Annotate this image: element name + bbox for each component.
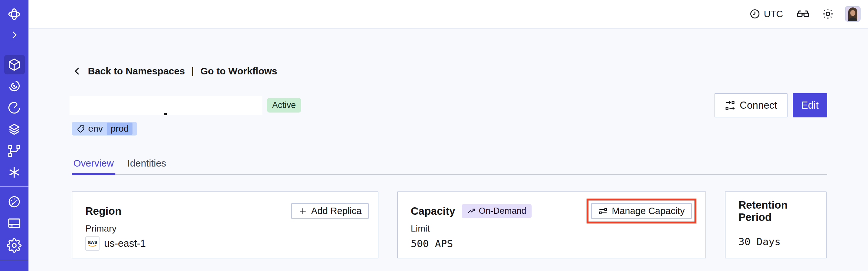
- region-value: us-east-1: [104, 238, 146, 249]
- edit-button-label: Edit: [801, 100, 818, 111]
- capacity-limit-label: Limit: [411, 223, 696, 234]
- tab-identities[interactable]: Identities: [126, 157, 168, 175]
- manage-capacity-button[interactable]: Manage Capacity: [591, 203, 692, 219]
- retention-card-title: Retention Period: [738, 199, 817, 223]
- sidebar-item-schedules[interactable]: [7, 100, 21, 115]
- retention-card-header: Retention Period: [738, 203, 817, 219]
- sidebar: [0, 0, 29, 271]
- ondemand-badge-label: On-Demand: [479, 206, 526, 216]
- plus-icon: [298, 207, 307, 216]
- connect-button-label: Connect: [740, 100, 777, 111]
- sidebar-item-batch-operations[interactable]: [7, 144, 21, 158]
- breadcrumb-workflows-link[interactable]: Go to Workflows: [200, 66, 277, 77]
- labs-glasses-icon[interactable]: [797, 7, 809, 20]
- tab-bar: Overview Identities: [72, 157, 827, 175]
- sidebar-item-workflows[interactable]: [7, 79, 21, 93]
- tag-icon: [76, 124, 85, 133]
- breadcrumb-separator: |: [190, 66, 195, 77]
- namespace-title-row: Active Connect Edit: [72, 93, 827, 117]
- theme-sun-icon[interactable]: [822, 8, 834, 20]
- ondemand-badge: On-Demand: [462, 204, 532, 218]
- add-replica-button[interactable]: Add Replica: [291, 203, 369, 219]
- retention-card: Retention Period 30 Days: [725, 191, 827, 259]
- region-card-header: Region Add Replica: [85, 203, 369, 219]
- sidebar-item-namespaces[interactable]: [7, 58, 21, 72]
- aws-logo: aws: [85, 236, 99, 251]
- capacity-value: 500 APS: [411, 238, 453, 249]
- topbar: UTC: [29, 0, 868, 28]
- capacity-card-title: Capacity: [411, 205, 455, 217]
- region-value-row: aws us-east-1: [85, 236, 369, 251]
- breadcrumb-back-link[interactable]: Back to Namespaces: [88, 66, 185, 77]
- capacity-value-row: 500 APS: [411, 236, 696, 251]
- back-chevron-icon[interactable]: [72, 66, 83, 77]
- sidebar-item-help[interactable]: [7, 268, 21, 271]
- tag-row: env prod: [72, 122, 827, 136]
- sidebar-item-deployments[interactable]: [7, 122, 21, 137]
- sliders-icon: [598, 206, 608, 216]
- connect-button[interactable]: Connect: [714, 93, 787, 117]
- namespace-name-redacted: [69, 96, 262, 115]
- status-badge: Active: [267, 98, 301, 112]
- temporal-logo[interactable]: [7, 7, 22, 22]
- region-card: Region Add Replica Primary aws: [72, 191, 378, 259]
- sidebar-divider: [0, 186, 28, 187]
- sidebar-item-settings[interactable]: [7, 238, 22, 253]
- clock-icon: [749, 8, 761, 20]
- sidebar-item-billing[interactable]: [7, 216, 21, 230]
- timezone-selector[interactable]: UTC: [749, 8, 783, 20]
- annotation-highlight-box: Manage Capacity: [587, 199, 696, 223]
- redaction-dot: [164, 113, 167, 115]
- add-replica-label: Add Replica: [311, 206, 362, 216]
- sidebar-divider: [0, 260, 28, 260]
- tag-value-chip: prod: [106, 123, 132, 135]
- region-card-title: Region: [85, 205, 122, 217]
- retention-value-row: 30 Days: [738, 235, 817, 249]
- overview-cards: Region Add Replica Primary aws: [72, 191, 827, 259]
- manage-capacity-label: Manage Capacity: [612, 206, 685, 216]
- expand-chevron-icon[interactable]: [9, 29, 20, 40]
- sidebar-item-nexus[interactable]: [7, 165, 21, 179]
- breadcrumb: Back to Namespaces | Go to Workflows: [72, 66, 827, 77]
- tag-key: env: [88, 124, 103, 134]
- sidebar-item-usage[interactable]: [7, 195, 21, 209]
- tab-overview[interactable]: Overview: [72, 157, 115, 175]
- edit-button[interactable]: Edit: [793, 93, 827, 117]
- header-actions: Connect Edit: [714, 93, 827, 117]
- retention-value: 30 Days: [738, 236, 781, 247]
- capacity-card-header: Capacity On-Demand: [411, 203, 696, 219]
- capacity-card: Capacity On-Demand: [397, 191, 706, 259]
- trend-up-icon: [467, 207, 476, 216]
- namespace-tag: env prod: [72, 122, 137, 136]
- timezone-label: UTC: [764, 9, 783, 20]
- connect-icon: [725, 100, 735, 111]
- region-primary-label: Primary: [85, 223, 369, 234]
- user-avatar[interactable]: [845, 6, 861, 22]
- main-content: Back to Namespaces | Go to Workflows Act…: [29, 29, 868, 271]
